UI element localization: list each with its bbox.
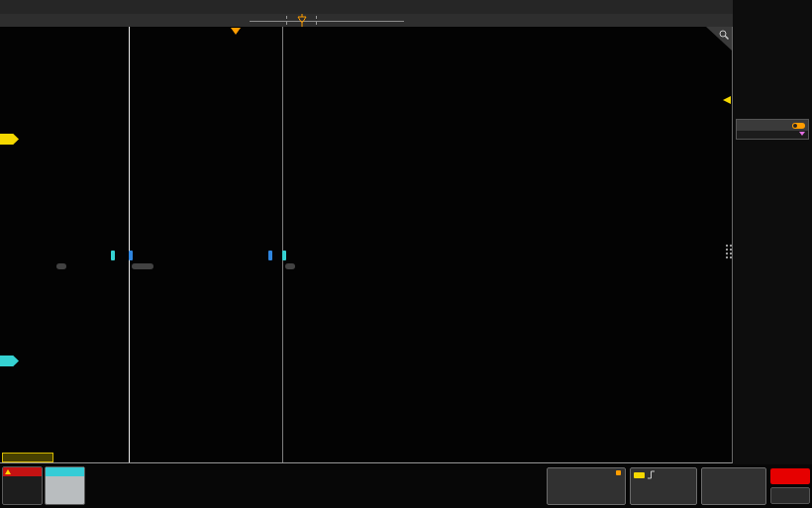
cursor-delta-readout: [132, 263, 153, 269]
graticule-channel2: [0, 250, 733, 462]
overview-tick: [286, 16, 288, 25]
cursor-a-badge[interactable]: [129, 251, 133, 260]
channel2-badge[interactable]: [45, 466, 85, 505]
menu-bar: [0, 0, 733, 14]
channel2-title: [46, 467, 84, 476]
channel1-bottom-tab[interactable]: [2, 453, 53, 462]
graticule-channel1: [0, 27, 733, 250]
datetime-display: [770, 487, 810, 504]
magnifier-icon: [718, 29, 730, 41]
rising-edge-icon: [647, 470, 656, 479]
bottom-settings-bar: [0, 464, 812, 508]
warning-icon: [5, 469, 11, 474]
cursor-a-source-badge: [111, 251, 115, 260]
trigger-level-indicator[interactable]: [723, 96, 731, 104]
cursor-b-readout: [285, 263, 295, 269]
cursor-a-line[interactable]: [129, 27, 130, 462]
record-view-icon: [616, 470, 621, 475]
right-rail: [733, 0, 812, 508]
channel1-badge[interactable]: [2, 466, 43, 505]
rail-button-grid: [738, 31, 809, 125]
horizontal-panel[interactable]: [547, 467, 626, 505]
preview-button[interactable]: [770, 468, 810, 484]
expansion-point-icon[interactable]: [231, 28, 241, 35]
oscilloscope-screen: [0, 0, 812, 508]
search-dropdown-icon[interactable]: [799, 132, 805, 136]
cursor-a-readout: [56, 263, 66, 269]
search-results-panel[interactable]: [736, 119, 809, 140]
trigger-source-icon: [634, 472, 645, 478]
waveform-display-area[interactable]: [0, 27, 733, 463]
search-toggle[interactable]: [792, 123, 805, 129]
tab-bar: [0, 14, 733, 27]
acquisition-panel[interactable]: [701, 467, 766, 505]
overview-tick: [316, 16, 318, 25]
cursor-b-source-badge: [282, 251, 286, 260]
trigger-position-icon[interactable]: [296, 14, 308, 27]
pane-divider-handle[interactable]: [725, 244, 734, 259]
trigger-panel[interactable]: [630, 467, 697, 505]
cursor-b-badge[interactable]: [268, 251, 272, 260]
record-overview-line: [250, 21, 404, 22]
